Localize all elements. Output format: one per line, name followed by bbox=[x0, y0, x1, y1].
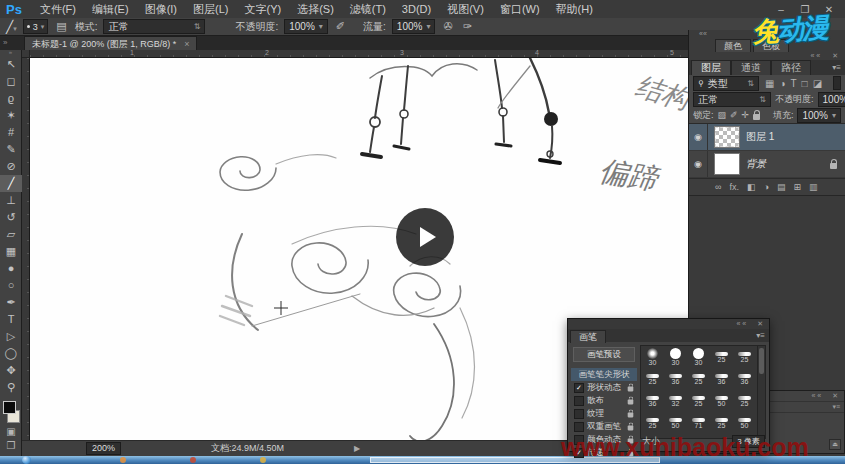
clone-stamp-tool[interactable]: ⊥ bbox=[0, 192, 22, 209]
visibility-eye-icon[interactable]: ◉ bbox=[689, 151, 708, 177]
zoom-level-field[interactable]: 200% bbox=[86, 442, 121, 455]
brush-preset-cell[interactable]: 30 bbox=[687, 346, 710, 368]
adjustment-layer-icon[interactable]: ◑ bbox=[763, 182, 768, 192]
start-orb-icon[interactable] bbox=[22, 456, 31, 464]
brush-preset-picker[interactable]: 3 ▾ bbox=[23, 19, 49, 34]
lock-position-icon[interactable]: ✛ bbox=[742, 110, 750, 120]
brush-tool-preset-icon[interactable]: ╱▾ bbox=[6, 20, 17, 34]
lock-transparency-icon[interactable]: ▨ bbox=[718, 110, 727, 120]
brush-preset-cell[interactable]: 32 bbox=[664, 390, 687, 412]
brush-preset-cell[interactable]: 25 bbox=[710, 346, 733, 368]
filter-adjustment-layers-icon[interactable]: ◑ bbox=[779, 78, 785, 89]
brush-option-2[interactable]: 纹理 bbox=[571, 407, 637, 420]
panel-menu-icon[interactable]: ▾≡ bbox=[832, 403, 840, 410]
brush-preset-cell[interactable]: 25 bbox=[687, 390, 710, 412]
lock-paint-icon[interactable]: ✐ bbox=[730, 110, 738, 120]
taskbar-icon[interactable] bbox=[120, 457, 126, 463]
layer-mask-icon[interactable]: ◧ bbox=[747, 182, 756, 192]
brush-preset-cell[interactable]: 25 bbox=[733, 346, 756, 368]
dodge-tool[interactable]: ○ bbox=[0, 277, 22, 294]
tab-paths[interactable]: 路径 bbox=[771, 60, 811, 75]
status-flyout-icon[interactable]: ▶ bbox=[354, 444, 360, 453]
layer-row-layer1[interactable]: ◉ 图层 1 bbox=[689, 124, 845, 151]
eyedropper-tool[interactable]: ✎ bbox=[0, 141, 22, 158]
collapse-panels-icon[interactable]: «« bbox=[811, 392, 823, 399]
path-selection-tool[interactable]: ▷ bbox=[0, 328, 22, 345]
taskbar-icon[interactable] bbox=[190, 457, 196, 463]
brush-preset-cell[interactable]: 36 bbox=[664, 368, 687, 390]
visibility-eye-icon[interactable]: ◉ bbox=[689, 124, 708, 150]
lock-all-icon[interactable] bbox=[753, 114, 760, 120]
document-tab[interactable]: 未标题-1 @ 200% (图层 1, RGB/8) * × bbox=[24, 36, 197, 51]
eraser-tool[interactable]: ▱ bbox=[0, 226, 22, 243]
brush-preset-cell[interactable]: 25 bbox=[710, 412, 733, 434]
collapse-panels-icon[interactable]: «« bbox=[736, 320, 748, 327]
menu-edit[interactable]: 编辑(E) bbox=[84, 2, 137, 17]
healing-brush-tool[interactable]: ⊘ bbox=[0, 158, 22, 175]
menu-3d[interactable]: 3D(D) bbox=[394, 3, 439, 15]
layer-group-icon[interactable]: ▤ bbox=[777, 182, 786, 192]
pen-tool[interactable]: ✒ bbox=[0, 294, 22, 311]
layer-thumbnail[interactable] bbox=[714, 126, 740, 148]
menu-select[interactable]: 选择(S) bbox=[289, 2, 342, 17]
menu-file[interactable]: 文件(F) bbox=[32, 2, 84, 17]
brush-preset-cell[interactable]: 25 bbox=[733, 390, 756, 412]
layer-effects-icon[interactable]: fx. bbox=[729, 182, 739, 192]
brush-tip-shape-item[interactable]: 画笔笔尖形状 bbox=[571, 368, 637, 381]
blend-mode-select-panel[interactable]: 正常 ⇅ bbox=[693, 92, 771, 107]
tab-layers[interactable]: 图层 bbox=[691, 60, 731, 75]
history-brush-tool[interactable]: ↺ bbox=[0, 209, 22, 226]
brush-preset-cell[interactable]: 36 bbox=[641, 390, 664, 412]
taskbar-icon[interactable] bbox=[260, 457, 266, 463]
horizontal-ruler[interactable]: 1 2 3 4 5 bbox=[30, 50, 688, 58]
hand-tool[interactable]: ✥ bbox=[0, 362, 22, 379]
brush-option-3[interactable]: 双重画笔 bbox=[571, 420, 637, 433]
brush-preset-cell[interactable]: 36 bbox=[710, 368, 733, 390]
crop-tool[interactable]: # bbox=[0, 124, 22, 141]
blur-tool[interactable]: ● bbox=[0, 260, 22, 277]
brush-tool[interactable]: ╱ bbox=[0, 175, 22, 192]
screen-mode-icon[interactable]: ❐ bbox=[0, 439, 22, 453]
tab-color[interactable]: 颜色 bbox=[715, 39, 751, 52]
filter-pixel-layers-icon[interactable]: ▦ bbox=[765, 78, 774, 89]
layer-row-background[interactable]: ◉ 背景 bbox=[689, 151, 845, 178]
toggle-brush-panel-icon[interactable]: ▤ bbox=[54, 20, 68, 33]
layer-fill-field[interactable]: 100% ▾ bbox=[797, 108, 841, 123]
lock-icon[interactable] bbox=[628, 387, 634, 392]
close-panel-icon[interactable]: ✕ bbox=[832, 52, 840, 59]
pressure-opacity-icon[interactable]: ✐ bbox=[334, 20, 347, 33]
pressure-size-icon[interactable]: ✑ bbox=[461, 20, 474, 33]
filter-shape-layers-icon[interactable]: □ bbox=[802, 78, 808, 89]
lock-icon[interactable] bbox=[628, 426, 634, 431]
brush-preset-cell[interactable]: 25 bbox=[641, 368, 664, 390]
layer-thumbnail[interactable] bbox=[714, 153, 740, 175]
menu-type[interactable]: 文字(Y) bbox=[236, 2, 289, 17]
lock-icon[interactable] bbox=[628, 413, 634, 418]
checkbox[interactable] bbox=[574, 422, 584, 432]
menu-image[interactable]: 图像(I) bbox=[137, 2, 185, 17]
rectangular-marquee-tool[interactable]: ◻ bbox=[0, 73, 22, 90]
video-play-button[interactable] bbox=[396, 208, 454, 266]
brush-preset-cell[interactable]: 30 bbox=[664, 346, 687, 368]
tab-brush[interactable]: 画笔 bbox=[570, 330, 606, 343]
brush-preset-cell[interactable]: 25 bbox=[641, 412, 664, 434]
blend-mode-select[interactable]: 正常 ⇅ bbox=[103, 19, 205, 34]
checkbox[interactable]: ✓ bbox=[574, 383, 584, 393]
panel-menu-icon[interactable]: ▾≡ bbox=[756, 331, 765, 340]
menu-window[interactable]: 窗口(W) bbox=[492, 2, 548, 17]
type-tool[interactable]: T bbox=[0, 311, 22, 328]
ellipse-tool[interactable]: ◯ bbox=[0, 345, 22, 362]
menu-filter[interactable]: 滤镜(T) bbox=[342, 2, 394, 17]
gradient-tool[interactable]: ▦ bbox=[0, 243, 22, 260]
zoom-tool[interactable]: ⚲ bbox=[0, 379, 22, 396]
scrollbar[interactable] bbox=[757, 345, 766, 439]
magic-wand-tool[interactable]: ✶ bbox=[0, 107, 22, 124]
brush-presets-button[interactable]: 画笔预设 bbox=[573, 347, 635, 362]
close-panel-icon[interactable]: ✕ bbox=[832, 392, 840, 399]
airbrush-icon[interactable]: ✇ bbox=[441, 20, 454, 33]
vertical-ruler[interactable] bbox=[22, 58, 30, 440]
lasso-tool[interactable]: ϱ bbox=[0, 90, 22, 107]
brush-preset-cell[interactable]: 50 bbox=[664, 412, 687, 434]
brush-preset-cell[interactable]: 30 bbox=[641, 346, 664, 368]
foreground-color-swatch[interactable] bbox=[3, 401, 16, 414]
